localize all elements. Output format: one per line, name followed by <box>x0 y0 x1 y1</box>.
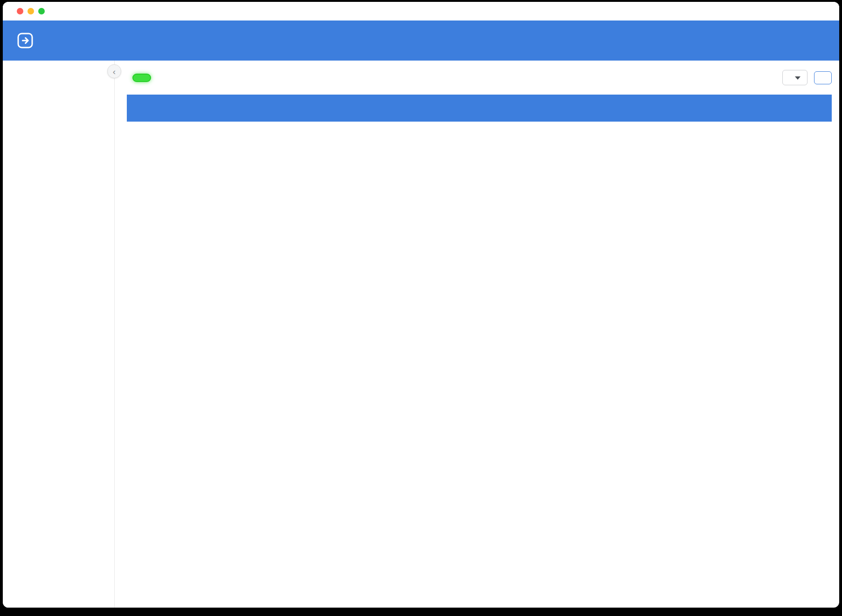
sidebar: ‹ <box>3 61 115 608</box>
status-badge <box>132 74 151 82</box>
select-snapshot-dropdown[interactable] <box>782 70 807 85</box>
window-titlebar <box>3 2 839 21</box>
create-new-version-button[interactable] <box>814 71 832 84</box>
sidebar-collapse-button[interactable]: ‹ <box>107 64 121 78</box>
zoom-button[interactable] <box>38 8 45 14</box>
toolbar <box>127 70 832 85</box>
app-window: ‹ <box>3 2 839 608</box>
chevron-down-icon <box>795 76 801 80</box>
close-button[interactable] <box>17 8 23 14</box>
app-header <box>3 21 839 61</box>
minimize-button[interactable] <box>28 8 34 14</box>
budget-table <box>127 95 832 608</box>
app-logo-icon <box>16 31 35 50</box>
budget-table-header <box>127 95 832 122</box>
sidebar-footer-nav <box>3 590 114 594</box>
main-content <box>115 61 839 608</box>
window-controls <box>17 8 45 14</box>
